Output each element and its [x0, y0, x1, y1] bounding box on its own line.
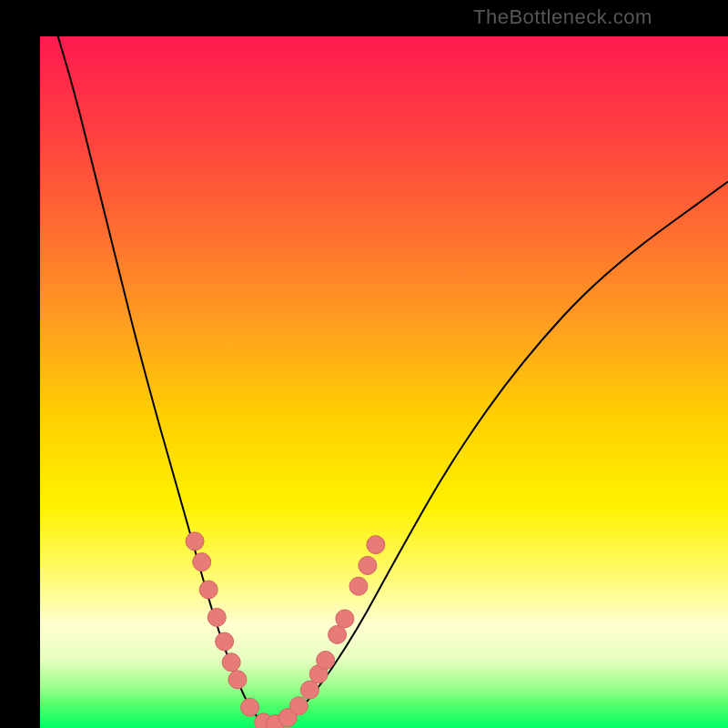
curve-marker — [216, 632, 234, 651]
curve-marker — [222, 653, 240, 672]
bottleneck-curve-path — [54, 23, 728, 723]
curve-marker — [207, 608, 226, 626]
curve-marker — [289, 697, 308, 715]
chart-svg — [0, 0, 728, 728]
curve-marker — [241, 698, 259, 716]
curve-marker — [228, 671, 247, 689]
curve-marker — [300, 681, 318, 699]
curve-marker — [317, 652, 335, 670]
curve-marker — [359, 556, 377, 574]
curve-marker — [193, 553, 211, 571]
marker-group — [186, 532, 385, 728]
chart-frame: TheBottleneck.com — [0, 0, 728, 728]
curve-marker — [186, 532, 204, 551]
curve-marker — [199, 581, 217, 599]
curve-marker — [367, 536, 385, 554]
curve-marker — [329, 625, 347, 643]
curve-marker — [349, 577, 368, 595]
curve-marker — [336, 610, 354, 628]
